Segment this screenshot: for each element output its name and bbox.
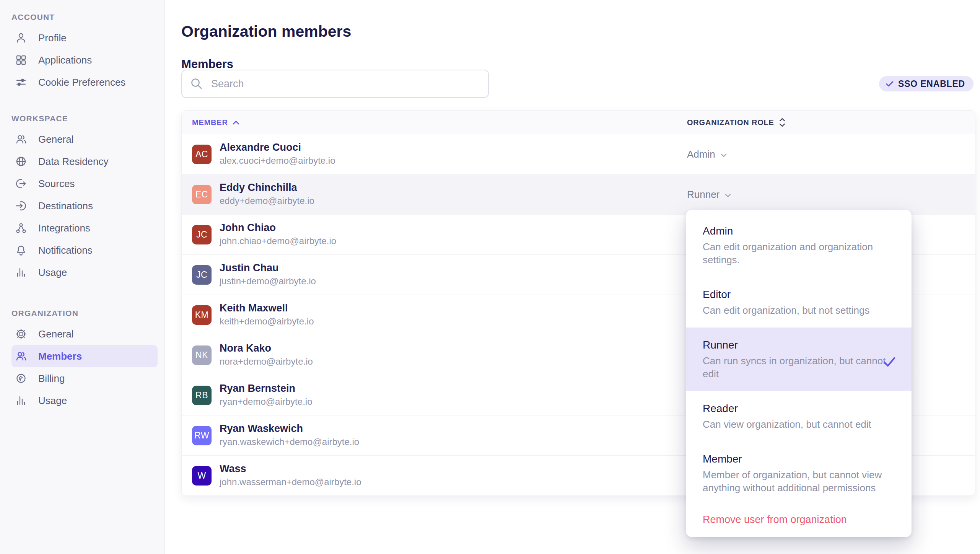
sidebar-section-organization: ORGANIZATION bbox=[11, 308, 164, 319]
search-icon bbox=[190, 77, 203, 91]
column-header-organization-role[interactable]: ORGANIZATION ROLE bbox=[687, 111, 786, 134]
member-search bbox=[181, 70, 489, 98]
role-option-description: Can view organization, but cannot edit bbox=[703, 418, 888, 431]
column-header-member[interactable]: MEMBER bbox=[192, 111, 239, 134]
globe-icon bbox=[15, 155, 28, 168]
role-select[interactable]: Admin bbox=[687, 134, 727, 174]
member-name: Eddy Chinchilla bbox=[220, 181, 314, 194]
sidebar-item-billing[interactable]: Billing bbox=[11, 367, 158, 389]
role-option-admin[interactable]: Admin Can edit organization and organiza… bbox=[686, 213, 912, 277]
table-row: AC Alexandre Cuocialex.cuoci+demo@airbyt… bbox=[182, 134, 975, 174]
role-option-name: Reader bbox=[703, 402, 895, 416]
gear-icon bbox=[15, 328, 28, 341]
member-name: Ryan Bernstein bbox=[220, 381, 312, 395]
sidebar-item-members[interactable]: Members bbox=[11, 345, 158, 367]
role-option-name: Runner bbox=[703, 338, 895, 352]
avatar: JC bbox=[192, 225, 212, 244]
sidebar-item-label: Destinations bbox=[38, 200, 93, 212]
avatar: AC bbox=[192, 145, 212, 164]
member-name: Wass bbox=[220, 462, 361, 476]
sidebar-item-label: General bbox=[38, 328, 74, 340]
sidebar-item-destinations[interactable]: Destinations bbox=[11, 195, 158, 217]
nodes-icon bbox=[15, 222, 28, 235]
member-name: Nora Kako bbox=[220, 341, 313, 355]
member-email: john.wasserman+demo@airbyte.io bbox=[220, 476, 361, 489]
bar-chart-icon bbox=[15, 394, 28, 407]
avatar: RB bbox=[192, 386, 212, 405]
sidebar-item-label: Integrations bbox=[38, 222, 90, 234]
arrow-in-circle-icon bbox=[15, 199, 28, 212]
sidebar-item-label: Cookie Preferences bbox=[38, 77, 125, 88]
role-option-description: Can edit organization and organization s… bbox=[703, 240, 888, 266]
sidebar-item-label: Usage bbox=[38, 395, 67, 407]
sidebar-item-label: Sources bbox=[38, 178, 75, 190]
role-option-editor[interactable]: Editor Can edit organization, but not se… bbox=[686, 277, 912, 328]
member-email: nora+demo@airbyte.io bbox=[220, 355, 313, 368]
sidebar-item-label: General bbox=[38, 134, 74, 145]
sidebar-item-label: Notifications bbox=[38, 244, 93, 256]
avatar: JC bbox=[192, 265, 212, 285]
sso-enabled-badge: SSO ENABLED bbox=[879, 76, 973, 91]
sort-both-icon bbox=[779, 118, 786, 127]
grid-icon bbox=[15, 54, 28, 67]
role-option-description: Can edit organization, but not settings bbox=[703, 304, 888, 317]
users-icon bbox=[15, 133, 28, 146]
sidebar-item-label: Profile bbox=[38, 32, 67, 44]
sidebar-item-organization-general[interactable]: General bbox=[11, 323, 158, 345]
member-email: eddy+demo@airbyte.io bbox=[220, 194, 314, 207]
member-email: ryan.waskewich+demo@airbyte.io bbox=[220, 435, 359, 448]
settings-page: ACCOUNT Profile Applications Cookie Pref… bbox=[0, 0, 980, 554]
remove-user-link[interactable]: Remove user from organization bbox=[686, 505, 912, 526]
bell-icon bbox=[15, 244, 28, 257]
search-input[interactable] bbox=[210, 78, 480, 90]
chevron-down-icon bbox=[725, 194, 731, 197]
page-title: Organization members bbox=[181, 23, 351, 41]
sidebar-item-sources[interactable]: Sources bbox=[11, 173, 158, 195]
member-email: keith+demo@airbyte.io bbox=[220, 315, 314, 328]
sidebar-item-data-residency[interactable]: Data Residency bbox=[11, 150, 158, 173]
avatar: W bbox=[192, 466, 212, 486]
sidebar-section-account: ACCOUNT bbox=[11, 11, 164, 23]
role-option-description: Member of organization, but cannot view … bbox=[703, 468, 888, 494]
sidebar-item-integrations[interactable]: Integrations bbox=[11, 217, 158, 239]
check-icon bbox=[885, 79, 894, 88]
avatar: RW bbox=[192, 426, 212, 445]
sidebar-item-cookie-preferences[interactable]: Cookie Preferences bbox=[11, 71, 158, 93]
member-email: john.chiao+demo@airbyte.io bbox=[220, 235, 336, 248]
sidebar-item-label: Usage bbox=[38, 267, 67, 279]
sidebar-item-label: Applications bbox=[38, 54, 92, 66]
role-option-name: Admin bbox=[703, 224, 895, 238]
bar-chart-icon bbox=[15, 266, 28, 279]
role-select-open[interactable]: Runner bbox=[687, 174, 731, 215]
sidebar-section-workspace: WORKSPACE bbox=[11, 113, 164, 124]
sidebar-item-label: Members bbox=[38, 350, 82, 362]
sidebar-item-workspace-general[interactable]: General bbox=[11, 128, 158, 150]
avatar: KM bbox=[192, 305, 212, 325]
role-dropdown-menu: Admin Can edit organization and organiza… bbox=[686, 210, 912, 537]
sidebar-item-label: Billing bbox=[38, 373, 65, 385]
settings-sidebar: ACCOUNT Profile Applications Cookie Pref… bbox=[0, 0, 165, 554]
sliders-icon bbox=[15, 76, 28, 89]
selected-check-icon bbox=[882, 355, 896, 370]
sort-ascending-icon bbox=[233, 120, 239, 125]
sidebar-item-label: Data Residency bbox=[38, 156, 109, 168]
role-option-member[interactable]: Member Member of organization, but canno… bbox=[686, 442, 912, 505]
sso-badge-label: SSO ENABLED bbox=[898, 79, 965, 89]
role-option-reader[interactable]: Reader Can view organization, but cannot… bbox=[686, 391, 912, 442]
sidebar-item-workspace-usage[interactable]: Usage bbox=[11, 261, 158, 284]
role-option-runner-selected[interactable]: Runner Can run syncs in organization, bu… bbox=[686, 328, 912, 391]
avatar: NK bbox=[192, 345, 212, 365]
sidebar-item-applications[interactable]: Applications bbox=[11, 49, 158, 71]
members-section-title: Members bbox=[181, 57, 233, 71]
sidebar-item-profile[interactable]: Profile bbox=[11, 27, 158, 49]
member-name: Justin Chau bbox=[220, 261, 316, 275]
member-name: Keith Maxwell bbox=[220, 301, 314, 315]
sidebar-item-organization-usage[interactable]: Usage bbox=[11, 389, 158, 412]
sidebar-item-notifications[interactable]: Notifications bbox=[11, 239, 158, 261]
member-email: alex.cuoci+demo@airbyte.io bbox=[220, 154, 335, 167]
user-icon bbox=[15, 31, 28, 44]
column-header-label: ORGANIZATION ROLE bbox=[687, 118, 774, 127]
member-email: justin+demo@airbyte.io bbox=[220, 275, 316, 288]
member-name: John Chiao bbox=[220, 221, 336, 235]
avatar: EC bbox=[192, 185, 212, 204]
